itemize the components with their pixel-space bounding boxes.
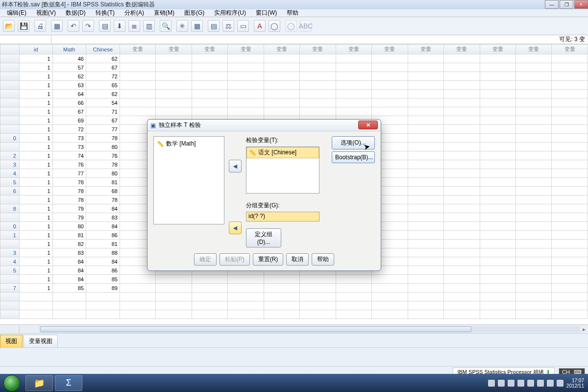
empty-cell[interactable] — [480, 248, 515, 257]
menu-transform[interactable]: 转换(T) — [91, 9, 120, 17]
data-cell[interactable]: 78 — [86, 196, 120, 204]
empty-cell[interactable] — [552, 116, 588, 125]
empty-cell[interactable] — [552, 275, 588, 284]
reset-button[interactable]: 重置(R) — [253, 253, 284, 266]
data-cell[interactable]: 80 — [86, 169, 120, 178]
data-cell[interactable]: 1 — [19, 213, 52, 222]
row-number[interactable] — [0, 196, 20, 204]
open-icon[interactable]: 📂 — [3, 20, 15, 32]
empty-cell[interactable] — [444, 266, 480, 275]
cancel-button[interactable]: 取消 — [286, 253, 309, 266]
data-cell[interactable]: 1 — [19, 196, 52, 204]
empty-cell[interactable] — [372, 284, 408, 293]
print-icon[interactable]: 🖨 — [34, 20, 46, 32]
row-number[interactable]: 0 — [0, 222, 20, 231]
row-number[interactable] — [0, 98, 20, 107]
empty-cell[interactable] — [408, 284, 443, 293]
empty-cell[interactable] — [408, 81, 443, 90]
empty-cell[interactable] — [300, 301, 336, 310]
column-header[interactable]: Chinese — [86, 45, 120, 54]
row-number[interactable]: 1 — [0, 231, 20, 240]
empty-cell[interactable] — [408, 134, 443, 143]
data-cell[interactable]: 68 — [86, 187, 120, 196]
data-cell[interactable]: 1 — [19, 116, 52, 125]
empty-cell[interactable] — [192, 284, 227, 293]
empty-cell[interactable] — [552, 187, 588, 196]
empty-cell[interactable] — [52, 301, 86, 310]
empty-cell[interactable] — [336, 310, 371, 319]
empty-cell[interactable] — [444, 169, 480, 178]
task-explorer[interactable]: 📁 — [25, 375, 53, 391]
empty-cell[interactable] — [515, 107, 551, 116]
empty-cell[interactable] — [52, 310, 86, 319]
empty-cell[interactable] — [192, 275, 227, 284]
empty-cell[interactable] — [444, 257, 480, 266]
empty-cell[interactable] — [192, 293, 227, 301]
data-cell[interactable]: 78 — [86, 134, 120, 143]
empty-cell[interactable] — [444, 240, 480, 248]
dialog-close-button[interactable]: ✕ — [358, 121, 378, 129]
empty-cell[interactable] — [444, 54, 480, 63]
spellcheck-icon[interactable]: ABC — [300, 20, 312, 32]
empty-cell[interactable] — [552, 134, 588, 143]
empty-cell[interactable] — [52, 293, 86, 301]
empty-cell[interactable] — [480, 213, 515, 222]
data-cell[interactable]: 1 — [19, 204, 52, 213]
row-number[interactable] — [0, 275, 20, 284]
empty-cell[interactable] — [480, 310, 515, 319]
empty-cell[interactable] — [515, 213, 551, 222]
table-row[interactable]: 718589 — [0, 284, 588, 293]
empty-cell[interactable] — [552, 231, 588, 240]
data-cell[interactable]: 69 — [52, 116, 86, 125]
empty-cell[interactable] — [156, 81, 192, 90]
show-all-icon[interactable]: A — [254, 20, 266, 32]
data-cell[interactable]: 1 — [19, 257, 52, 266]
data-cell[interactable]: 79 — [52, 213, 86, 222]
menu-view[interactable]: 视图(V) — [31, 9, 61, 17]
data-cell[interactable]: 77 — [86, 125, 120, 134]
empty-column-header[interactable]: 变量 — [552, 45, 588, 54]
empty-cell[interactable] — [300, 81, 336, 90]
empty-cell[interactable] — [515, 231, 551, 240]
empty-cell[interactable] — [336, 293, 371, 301]
empty-cell[interactable] — [408, 204, 443, 213]
empty-cell[interactable] — [408, 143, 443, 151]
empty-cell[interactable] — [408, 231, 443, 240]
menu-graphs[interactable]: 图形(G) — [179, 9, 209, 17]
empty-cell[interactable] — [300, 63, 336, 72]
empty-cell[interactable] — [444, 116, 480, 125]
empty-cell[interactable] — [120, 81, 155, 90]
data-cell[interactable]: 89 — [86, 284, 120, 293]
empty-cell[interactable] — [228, 90, 264, 98]
data-cell[interactable]: 1 — [19, 169, 52, 178]
table-row[interactable]: 16771 — [0, 107, 588, 116]
empty-cell[interactable] — [444, 63, 480, 72]
data-cell[interactable]: 73 — [52, 134, 86, 143]
data-cell[interactable]: 88 — [86, 248, 120, 257]
empty-cell[interactable] — [444, 248, 480, 257]
row-number[interactable]: 2 — [0, 151, 20, 160]
data-cell[interactable]: 1 — [19, 107, 52, 116]
empty-cell[interactable] — [408, 169, 443, 178]
empty-cell[interactable] — [480, 178, 515, 187]
data-cell[interactable]: 1 — [19, 187, 52, 196]
data-cell[interactable]: 84 — [52, 257, 86, 266]
empty-cell[interactable] — [156, 72, 192, 81]
empty-cell[interactable] — [444, 301, 480, 310]
data-cell[interactable]: 1 — [19, 98, 52, 107]
tray-icon[interactable] — [527, 380, 534, 387]
empty-cell[interactable] — [552, 63, 588, 72]
tray-icon[interactable] — [557, 380, 564, 387]
empty-cell[interactable] — [300, 284, 336, 293]
empty-cell[interactable] — [444, 213, 480, 222]
data-cell[interactable]: 62 — [86, 54, 120, 63]
empty-cell[interactable] — [228, 98, 264, 107]
table-row[interactable] — [0, 310, 588, 319]
data-cell[interactable]: 54 — [86, 98, 120, 107]
data-cell[interactable]: 71 — [86, 107, 120, 116]
empty-cell[interactable] — [192, 81, 227, 90]
empty-cell[interactable] — [480, 240, 515, 248]
empty-cell[interactable] — [552, 178, 588, 187]
empty-cell[interactable] — [408, 178, 443, 187]
empty-cell[interactable] — [120, 63, 155, 72]
